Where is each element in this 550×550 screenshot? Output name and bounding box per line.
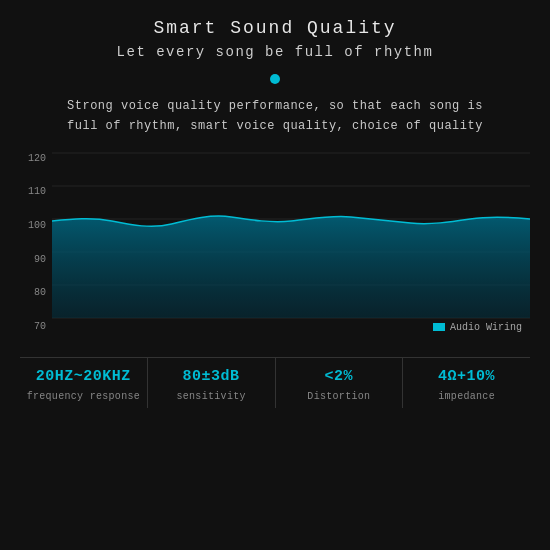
stat-sensitivity-label: sensitivity bbox=[176, 391, 245, 402]
y-label-90: 90 bbox=[34, 254, 46, 265]
stat-frequency-label: frequency response bbox=[27, 391, 140, 402]
page-subtitle: Let every song be full of rhythm bbox=[117, 44, 434, 60]
stat-distortion-label: Distortion bbox=[307, 391, 370, 402]
page-title: Smart Sound Quality bbox=[153, 18, 396, 38]
chart-area-fill bbox=[52, 216, 530, 318]
stats-row: 20HZ~20KHZ frequency response 80±3dB sen… bbox=[20, 357, 530, 408]
legend-color-box bbox=[433, 323, 445, 331]
stat-distortion: <2% Distortion bbox=[276, 358, 404, 408]
stat-distortion-value: <2% bbox=[325, 368, 354, 385]
legend-label: Audio Wiring bbox=[450, 322, 522, 333]
y-label-80: 80 bbox=[34, 287, 46, 298]
stat-impedance: 4Ω+10% impedance bbox=[403, 358, 530, 408]
stat-sensitivity: 80±3dB sensitivity bbox=[148, 358, 276, 408]
y-label-110: 110 bbox=[28, 186, 46, 197]
main-container: Smart Sound Quality Let every song be fu… bbox=[0, 0, 550, 550]
desc-line1: Strong voice quality performance, so tha… bbox=[67, 99, 483, 113]
chart-svg-wrapper: Audio Wiring bbox=[52, 149, 530, 339]
chart-svg bbox=[52, 149, 530, 334]
chart-container: 120 110 100 90 80 70 bbox=[20, 149, 530, 339]
y-label-70: 70 bbox=[34, 321, 46, 332]
stat-impedance-value: 4Ω+10% bbox=[438, 368, 495, 385]
chart-legend: Audio Wiring bbox=[433, 322, 522, 333]
stat-frequency-value: 20HZ~20KHZ bbox=[36, 368, 131, 385]
stat-frequency: 20HZ~20KHZ frequency response bbox=[20, 358, 148, 408]
y-label-120: 120 bbox=[28, 153, 46, 164]
description-text: Strong voice quality performance, so tha… bbox=[57, 96, 493, 137]
y-axis: 120 110 100 90 80 70 bbox=[20, 149, 52, 334]
dot-indicator bbox=[270, 74, 280, 84]
y-label-100: 100 bbox=[28, 220, 46, 231]
stat-sensitivity-value: 80±3dB bbox=[183, 368, 240, 385]
stat-impedance-label: impedance bbox=[438, 391, 495, 402]
desc-line2: full of rhythm, smart voice quality, cho… bbox=[67, 119, 483, 133]
